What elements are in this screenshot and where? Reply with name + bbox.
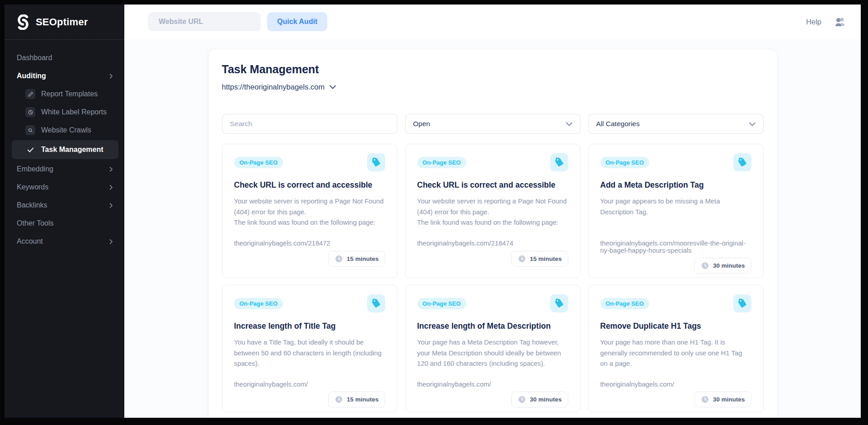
task-title: Remove Duplicate H1 Tags xyxy=(600,321,751,331)
sidebar-item-label: Task Management xyxy=(41,146,104,154)
chevron-right-icon xyxy=(108,238,114,245)
sidebar-item-report-templates[interactable]: Report Templates xyxy=(5,85,124,103)
sidebar-item-website-crawls[interactable]: Website Crawls xyxy=(5,121,124,139)
main-column: Quick Audit Help Task Management ht xyxy=(124,5,861,418)
website-url-search[interactable] xyxy=(148,12,261,31)
task-page-link[interactable]: theoriginalnybagels.com/218474 xyxy=(417,240,568,247)
sidebar-item-task-management[interactable]: Task Management xyxy=(12,140,118,159)
time-estimate-label: 15 minutes xyxy=(347,255,379,262)
task-card[interactable]: On-Page SEO Increase length of Title Tag… xyxy=(222,285,397,412)
sidebar-item-label: Report Templates xyxy=(41,90,98,98)
task-title: Add a Meta Description Tag xyxy=(600,180,751,190)
brand-logo[interactable]: SEOptimer xyxy=(5,5,124,40)
task-page-link[interactable]: theoriginalnybagels.com/218472 xyxy=(234,240,385,247)
site-url-dropdown[interactable]: https://theoriginalnybagels.com xyxy=(222,83,336,91)
task-page-link[interactable]: theoriginalnybagels.com/ xyxy=(600,381,751,388)
task-page-link[interactable]: theoriginalnybagels.com/mooresville-the-… xyxy=(600,240,751,254)
sidebar-item-account[interactable]: Account xyxy=(5,232,124,250)
report-template-icon xyxy=(25,89,35,99)
task-description-line: The link found was found on the followin… xyxy=(234,217,385,228)
time-estimate-badge: 15 minutes xyxy=(328,251,385,267)
status-select[interactable]: Open xyxy=(405,114,580,134)
clock-icon xyxy=(518,255,526,263)
time-estimate-label: 15 minutes xyxy=(530,255,562,262)
sidebar: SEOptimer DashboardAuditingReport Templa… xyxy=(5,5,124,418)
sidebar-item-label: Auditing xyxy=(17,72,46,80)
check-icon xyxy=(25,145,35,155)
category-badge: On-Page SEO xyxy=(600,157,650,168)
tag-button[interactable] xyxy=(733,153,751,171)
chevron-right-icon xyxy=(108,202,114,209)
time-estimate-badge: 30 minutes xyxy=(694,258,751,274)
quick-audit-button[interactable]: Quick Audit xyxy=(267,12,327,31)
status-select-value: Open xyxy=(413,120,430,128)
sidebar-item-dashboard[interactable]: Dashboard xyxy=(5,49,124,67)
time-estimate-label: 30 minutes xyxy=(530,396,562,403)
chevron-down-icon xyxy=(749,122,755,126)
task-page-link[interactable]: theoriginalnybagels.com/ xyxy=(234,381,385,388)
sidebar-item-label: White Label Reports xyxy=(41,108,107,116)
tag-icon xyxy=(371,298,381,308)
tag-icon xyxy=(554,157,564,167)
clock-icon xyxy=(518,395,526,404)
tag-button[interactable] xyxy=(367,294,385,312)
tag-button[interactable] xyxy=(733,294,751,312)
account-users-icon[interactable] xyxy=(834,17,846,27)
sidebar-item-backlinks[interactable]: Backlinks xyxy=(5,196,124,214)
help-link[interactable]: Help xyxy=(806,18,821,26)
clock-icon xyxy=(335,255,343,263)
task-description-line: Your page has a Meta Description Tag how… xyxy=(417,337,568,369)
tag-button[interactable] xyxy=(550,153,568,171)
category-badge: On-Page SEO xyxy=(600,298,650,309)
chevron-down-icon xyxy=(330,85,336,89)
chevron-right-icon xyxy=(108,73,114,80)
time-estimate-badge: 30 minutes xyxy=(511,392,568,407)
category-badge: On-Page SEO xyxy=(417,157,467,168)
task-card[interactable]: On-Page SEO Add a Meta Description Tag Y… xyxy=(588,144,764,278)
sidebar-item-embedding[interactable]: Embedding xyxy=(5,160,124,178)
white-label-icon xyxy=(25,107,35,117)
task-card[interactable]: On-Page SEO Check URL is correct and acc… xyxy=(222,144,397,278)
time-estimate-label: 30 minutes xyxy=(713,396,745,403)
category-select-value: All Categories xyxy=(596,120,640,128)
website-crawl-icon xyxy=(25,125,35,135)
task-title: Check URL is correct and accessible xyxy=(417,180,568,190)
task-description-line: The link found was found on the followin… xyxy=(417,217,568,228)
tag-button[interactable] xyxy=(550,294,568,312)
task-page-link[interactable]: theoriginalnybagels.com/ xyxy=(417,381,568,388)
time-estimate-badge: 15 minutes xyxy=(511,251,568,267)
time-estimate-badge: 30 minutes xyxy=(694,392,751,407)
task-description-line: Your page appears to be missing a Meta D… xyxy=(600,196,751,217)
sidebar-item-label: Embedding xyxy=(17,165,53,173)
task-description-line: Your website server is reporting a Page … xyxy=(417,196,568,217)
task-search-input[interactable] xyxy=(222,114,397,134)
task-title: Increase length of Meta Description xyxy=(417,321,568,331)
task-card[interactable]: On-Page SEO Remove Duplicate H1 Tags You… xyxy=(588,285,764,412)
task-description: Your page appears to be missing a Meta D… xyxy=(600,196,751,236)
sidebar-item-white-label-reports[interactable]: White Label Reports xyxy=(5,103,124,121)
seoptimer-logo-icon xyxy=(15,14,31,30)
tag-icon xyxy=(737,298,747,308)
filters-row: Open All Categories xyxy=(222,114,764,134)
sidebar-item-other-tools[interactable]: Other Tools xyxy=(5,214,124,232)
task-description: You have a Title Tag, but ideally it sho… xyxy=(234,337,385,377)
sidebar-item-keywords[interactable]: Keywords xyxy=(5,178,124,196)
task-description: Your website server is reporting a Page … xyxy=(234,196,385,236)
task-title: Increase length of Title Tag xyxy=(234,321,385,331)
category-select[interactable]: All Categories xyxy=(588,114,764,134)
sidebar-item-label: Account xyxy=(17,237,43,246)
screenshot-frame: SEOptimer DashboardAuditingReport Templa… xyxy=(0,0,868,425)
brand-name: SEOptimer xyxy=(36,16,88,28)
app-window: SEOptimer DashboardAuditingReport Templa… xyxy=(5,5,861,418)
time-estimate-label: 15 minutes xyxy=(347,396,379,403)
task-cards-grid: On-Page SEO Check URL is correct and acc… xyxy=(222,144,764,412)
website-url-input[interactable] xyxy=(159,18,258,26)
topbar: Quick Audit Help xyxy=(124,5,861,39)
sidebar-item-auditing[interactable]: Auditing xyxy=(5,67,124,85)
task-card[interactable]: On-Page SEO Check URL is correct and acc… xyxy=(405,144,580,278)
tag-button[interactable] xyxy=(367,153,385,171)
task-card[interactable]: On-Page SEO Increase length of Meta Desc… xyxy=(405,285,580,412)
time-estimate-badge: 15 minutes xyxy=(328,392,385,407)
tag-icon xyxy=(371,157,381,167)
task-description: Your website server is reporting a Page … xyxy=(417,196,568,236)
